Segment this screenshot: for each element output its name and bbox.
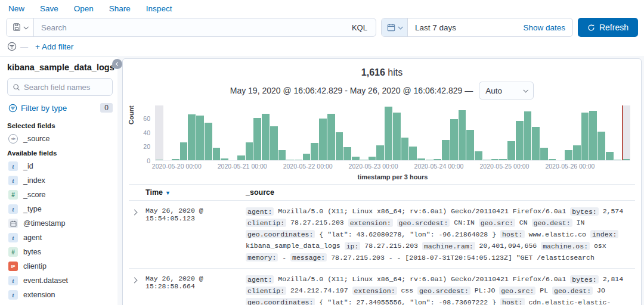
field-item-source[interactable]: </>_source [7, 132, 113, 146]
histogram-bucket[interactable] [417, 105, 426, 160]
histogram-bucket[interactable] [179, 105, 188, 160]
histogram-bucket[interactable] [597, 105, 606, 160]
histogram-bucket[interactable] [360, 105, 368, 160]
field-item-agent[interactable]: tagent [7, 231, 113, 245]
topnav-link-inspect[interactable]: Inspect [146, 4, 172, 13]
histogram-bucket[interactable] [540, 105, 549, 160]
histogram-bucket[interactable] [212, 105, 221, 160]
field-item-score[interactable]: #_score [7, 188, 113, 202]
index-pattern-switcher[interactable]: kibana_sample_data_logs [7, 61, 113, 78]
histogram-bucket[interactable] [311, 105, 319, 160]
histogram-plot[interactable] [155, 105, 630, 161]
topnav-link-share[interactable]: Share [109, 4, 131, 13]
expand-row-button[interactable] [129, 206, 145, 263]
field-item-extension[interactable]: textension [7, 288, 113, 302]
histogram-bucket[interactable] [548, 105, 556, 160]
field-item-index[interactable]: t_index [7, 173, 113, 188]
histogram-bucket[interactable] [515, 105, 524, 160]
histogram-bucket[interactable] [245, 105, 253, 160]
topnav-link-open[interactable]: Open [74, 4, 94, 13]
field-item-type[interactable]: t_type [7, 202, 113, 216]
histogram-bucket[interactable] [556, 105, 565, 160]
histogram-bucket[interactable] [327, 105, 335, 160]
histogram-bucket[interactable] [482, 105, 491, 160]
field-search-input[interactable] [24, 83, 107, 92]
histogram-bucket[interactable] [302, 105, 311, 160]
refresh-button[interactable]: Refresh [578, 18, 638, 37]
field-key: bytes: [570, 275, 598, 284]
histogram-bar [393, 113, 401, 161]
histogram-bucket[interactable] [385, 105, 393, 160]
expand-row-button[interactable] [129, 273, 145, 305]
time-range-value[interactable]: Last 7 days [408, 23, 516, 32]
histogram-bucket[interactable] [507, 105, 516, 160]
field-item-timestamp[interactable]: @timestamp [7, 216, 113, 231]
histogram-bucket[interactable] [270, 105, 278, 160]
histogram-bucket[interactable] [237, 105, 245, 160]
histogram-bucket[interactable] [262, 105, 270, 160]
histogram-bucket[interactable] [171, 105, 179, 160]
histogram-bucket[interactable] [229, 105, 237, 160]
filter-icon[interactable] [7, 42, 17, 51]
histogram-bucket[interactable] [614, 105, 622, 160]
add-filter-button[interactable]: + Add filter [35, 42, 73, 51]
histogram-bucket[interactable] [499, 105, 507, 160]
histogram-bucket[interactable] [196, 105, 205, 160]
histogram-bucket[interactable] [572, 105, 581, 160]
field-item-bytes[interactable]: #bytes [7, 245, 113, 259]
field-item-clientip[interactable]: IPclientip [7, 259, 113, 273]
histogram-bucket[interactable] [343, 105, 352, 160]
topnav-link-new[interactable]: New [8, 4, 24, 13]
histogram-bar [401, 138, 409, 160]
topnav-link-save[interactable]: Save [40, 4, 58, 13]
sort-descending-icon[interactable]: ▼ [165, 190, 171, 196]
date-quick-select-button[interactable] [382, 18, 408, 36]
histogram-bucket[interactable] [409, 105, 417, 160]
histogram-bucket[interactable] [605, 105, 614, 160]
time-column-header[interactable]: Time▼ [129, 188, 246, 197]
collapse-sidebar-button[interactable] [112, 59, 122, 69]
histogram-bucket[interactable] [204, 105, 212, 160]
histogram-bucket[interactable] [434, 105, 442, 160]
histogram-bucket[interactable] [458, 105, 466, 160]
histogram-bucket[interactable] [376, 105, 385, 160]
field-key: geo.src: [479, 219, 515, 227]
histogram-bucket[interactable] [466, 105, 475, 160]
field-item-eventdataset[interactable]: tevent.dataset [7, 273, 113, 288]
available-fields-heading: Available fields [7, 146, 113, 159]
histogram-bar [507, 141, 515, 160]
histogram-bucket[interactable] [335, 105, 343, 160]
histogram-bucket[interactable] [155, 105, 163, 160]
histogram-bucket[interactable] [163, 105, 172, 160]
histogram-bucket[interactable] [401, 105, 409, 160]
histogram-bucket[interactable] [294, 105, 302, 160]
field-item-id[interactable]: t_id [7, 159, 113, 173]
histogram-bucket[interactable] [188, 105, 196, 160]
query-language-button[interactable]: KQL [343, 18, 376, 36]
histogram-bucket[interactable] [475, 105, 483, 160]
histogram-bucket[interactable] [532, 105, 540, 160]
histogram-bucket[interactable] [278, 105, 286, 160]
field-item-geocoordinates[interactable]: geo.coordinates [7, 302, 113, 305]
histogram-bucket[interactable] [491, 105, 499, 160]
histogram-bucket[interactable] [565, 105, 573, 160]
histogram-bucket[interactable] [319, 105, 327, 160]
x-tick-label: 2020-05-24 00:00 [414, 163, 464, 170]
show-dates-button[interactable]: Show dates [516, 23, 572, 32]
filter-by-type-button[interactable]: Filter by type [21, 104, 97, 113]
histogram-bucket[interactable] [524, 105, 532, 160]
interval-select[interactable]: Auto [479, 82, 534, 99]
histogram-bucket[interactable] [589, 105, 597, 160]
histogram-bucket[interactable] [581, 105, 589, 160]
search-input[interactable] [34, 23, 343, 32]
histogram-bucket[interactable] [352, 105, 360, 160]
histogram-bucket[interactable] [286, 105, 295, 160]
histogram-bucket[interactable] [425, 105, 434, 160]
histogram-bucket[interactable] [221, 105, 229, 160]
saved-query-menu-button[interactable] [7, 18, 34, 36]
histogram-bucket[interactable] [368, 105, 376, 160]
histogram-bucket[interactable] [442, 105, 450, 160]
histogram-bucket[interactable] [450, 105, 458, 160]
histogram-bucket[interactable] [392, 105, 401, 160]
histogram-bucket[interactable] [253, 105, 262, 160]
